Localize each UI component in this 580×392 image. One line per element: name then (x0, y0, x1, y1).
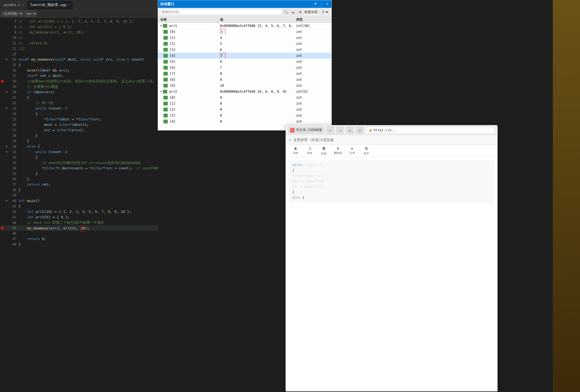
format-bold-icon: B (294, 147, 297, 151)
watch-close-btn[interactable]: × (325, 2, 329, 7)
watch-minimize-btn[interactable]: ▼ (314, 2, 318, 7)
watch-columns-header: 名称 值 类型 (158, 16, 331, 23)
watch-row-arr1-7[interactable]: [7] 8 int (158, 71, 331, 77)
tab-learn16-label: learn16_预处理.cpp (30, 2, 67, 7)
watch-row-arr1-4[interactable]: [4] 7 int (158, 53, 331, 59)
code-line-32: 32 { (0, 155, 158, 160)
watch-row-arr1-8[interactable]: [8] 9 int (158, 77, 331, 83)
breadcrumb-manage[interactable]: < 文章管理 (289, 138, 308, 142)
watch-arr2-name: ▼ arr2 (158, 89, 218, 94)
watch-arr1-name: ▼ arr1 (158, 23, 218, 29)
format-bold-btn[interactable]: B 加粗 (289, 146, 302, 156)
editor-code-block: while (count--) { *(char*)dest = * dest … (289, 160, 494, 203)
watch-row-arr2[interactable]: ▼ arr2 0x000000be3c4ff648 {0, 0, 0, 0, 0… (158, 89, 331, 95)
breakpoint-18[interactable] (0, 79, 4, 84)
browser-url-bar[interactable]: 🔒 https://e... (366, 127, 495, 134)
tab-learn16[interactable]: learn16_预处理.cpp ✕ (27, 0, 73, 10)
code-editor: 7 // int arr1[10] = { 1, 2, 3, 4, 5, 6, … (0, 18, 158, 392)
watch-row-arr1-0[interactable]: [0] 3 int (158, 29, 331, 35)
scope-select[interactable]: (全局范围) (1, 11, 23, 17)
breadcrumb-article: (作业)C语言做 (310, 138, 334, 142)
browser-refresh-btn[interactable]: ↻ (346, 126, 354, 134)
browser-back-btn[interactable]: ← (327, 126, 334, 134)
code-line-13: 13 (0, 51, 158, 57)
watch-search-button[interactable]: 🔍 (283, 9, 289, 15)
code-line-28: 28 } (0, 133, 158, 138)
format-italic-btn[interactable]: I 斜体 (303, 146, 316, 156)
watch-depth-select[interactable]: 3 (320, 9, 329, 15)
format-italic-icon: I (309, 147, 311, 151)
watch-row-arr1-6[interactable]: [6] 7 int (158, 65, 331, 71)
watch-row-arr2-1[interactable]: [1] 0 int (158, 101, 331, 107)
code-line-47: 47 return 0; (0, 236, 158, 242)
format-bold-label: 加粗 (293, 151, 298, 155)
browser-titlebar: C 写文章-CSDN博客 ← → ↻ ⌂ 🔒 https://e... (286, 125, 497, 135)
watch-row-arr2-4[interactable]: [4] 0 int (158, 119, 331, 125)
watch-row-arr1-2[interactable]: [2] 5 int (158, 41, 331, 47)
code-line-24: 24 { (0, 111, 158, 117)
breakpoint-7[interactable] (0, 19, 4, 24)
ide-panel: xynatx.c ✕ learn16_预处理.cpp ✕ (全局范围) ma 7… (0, 0, 158, 392)
watch-row-arr1-1[interactable]: [1] 4 int (158, 35, 331, 41)
linecontent-7: // int arr1[10] = { 1, 2, 3, 4, 5, 6, 7,… (18, 19, 134, 24)
code-line-44: 44 // dest src 即第二个地方找5个贴第一个地方 (0, 220, 158, 225)
watch-search-bar: 🔍 ▲ ▼ 搜索深度: 3 (158, 8, 331, 16)
code-line-11: 11 // return 0; (0, 41, 158, 46)
csdn-format-bar: B 加粗 I 斜体 H 标题 S 删除线 ≡ 无序 有 有序 (286, 145, 497, 157)
code-line-45: 45 my_memmove(arr1, arr1+2, 20); (0, 225, 158, 231)
format-ordered-btn[interactable]: 有 有序 (360, 146, 373, 156)
browser-forward-btn[interactable]: → (336, 126, 344, 134)
watch-row-arr2-3[interactable]: [3] 0 int (158, 113, 331, 119)
watch-restore-btn[interactable]: － (319, 2, 324, 7)
code-line-41: 41 { (0, 204, 158, 209)
watch-row-arr1[interactable]: ▼ arr1 0x000000be3c4ff608 {3, 4, 5, 6, 7… (158, 23, 331, 29)
csdn-editor[interactable]: while (count--) { *(char*)dest = * dest … (286, 157, 497, 391)
watch-arr1-type: int[10] (294, 23, 331, 29)
tab-learn16-close[interactable]: ✕ (68, 3, 70, 6)
format-list-label: 无序 (349, 151, 355, 155)
watch-arr1-expand[interactable]: ▼ (160, 23, 162, 29)
code-line-14: ▼ 14 void* my_memmove(void* dest, const … (0, 57, 158, 62)
watch-row-arr1-3[interactable]: [3] 6 int (158, 47, 331, 53)
tab-xynatx[interactable]: xynatx.c ✕ (0, 0, 27, 10)
watch-arr1-1-type: int (294, 35, 331, 41)
code-line-36: 36 } (0, 176, 158, 182)
code-line-21: 21 { (0, 95, 158, 100)
format-heading-btn[interactable]: H 标题 (317, 146, 330, 156)
watch-row-arr1-9[interactable]: [9] 10 int (158, 83, 331, 89)
code-line-30: ▼ 30 else { (0, 144, 158, 149)
code-line-43: 43 int arr2[5] = { 0 }; (0, 214, 158, 220)
watch-arr1-1-name: [1] (158, 35, 218, 41)
format-strike-label: 删除线 (334, 151, 342, 155)
code-line-deref: *(char*)dest = * (292, 173, 491, 179)
browser-favicon: C (290, 128, 294, 132)
format-strike-btn[interactable]: S 删除线 (331, 146, 345, 156)
code-line-23: ▼ 23 while (count--) (0, 106, 158, 111)
watch-row-arr2-0[interactable]: [0] 0 int (158, 95, 331, 101)
code-line-17: 17 char* ret = dest; (0, 73, 158, 79)
breakpoint-45[interactable] (0, 225, 4, 231)
code-line-10: 10 // (0, 35, 158, 41)
watch-nav-down[interactable]: ▼ (297, 9, 303, 15)
code-line-22: 22 // 前->后 (0, 100, 158, 106)
code-line-else: else { (292, 195, 491, 200)
watch-row-arr2-2[interactable]: [2] 0 int (158, 107, 331, 113)
format-heading-icon: H (322, 146, 325, 151)
tab-xynatx-label: xynatx.c (3, 3, 20, 7)
watch-body[interactable]: ▼ arr1 0x000000be3c4ff608 {3, 4, 5, 6, 7… (158, 23, 331, 130)
watch-arr2-expand[interactable]: ▼ (160, 89, 162, 94)
watch-nav-up[interactable]: ▲ (290, 9, 296, 15)
browser-window: C 写文章-CSDN博客 ← → ↻ ⌂ 🔒 https://e... < 文章… (286, 125, 498, 391)
format-unordered-btn[interactable]: ≡ 无序 (346, 146, 359, 156)
code-line-16: 16 assert(dest && src); (0, 68, 158, 73)
tab-xynatx-close[interactable]: ✕ (22, 3, 24, 6)
toolbar: (全局范围) ma (0, 10, 158, 18)
module-select[interactable]: ma (24, 11, 37, 17)
watch-row-arr1-5[interactable]: [5] 6 int (158, 59, 331, 65)
watch-search-input[interactable] (160, 9, 282, 15)
code-line-33: 33 // count经过判断已经是19了,src+count是第20元素的起始… (0, 160, 158, 166)
code-line-42: 42 int arr1[10] = { 1, 2, 3, 4, 5, 6, 7,… (0, 209, 158, 214)
code-line-15: 15 { (0, 62, 158, 68)
browser-home-btn[interactable]: ⌂ (356, 126, 364, 134)
right-decorative-panel (553, 0, 580, 392)
